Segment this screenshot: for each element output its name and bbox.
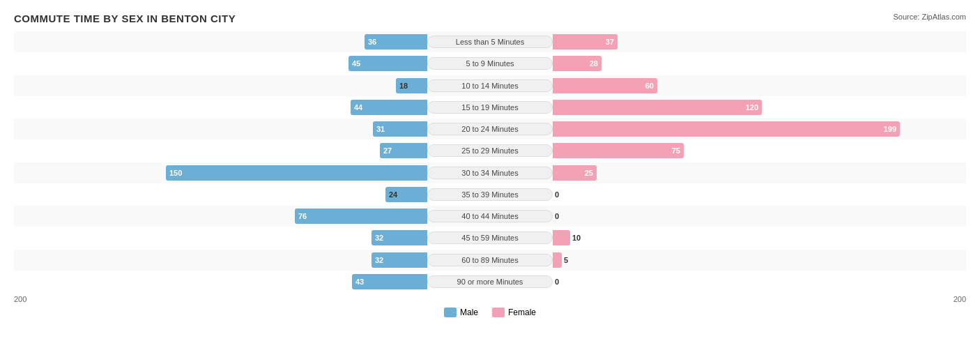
left-bar-container: 32 [372,252,427,268]
female-bar: 25 [553,165,597,181]
table-row: 455 to 9 Minutes28 [14,53,966,74]
right-bar-container: 28 [553,56,602,71]
male-value-label: 32 [375,234,383,242]
right-bar-container: 199 [553,121,900,137]
row-category-label: 10 to 14 Minutes [427,79,553,92]
table-row: 1810 to 14 Minutes60 [14,75,966,96]
male-bar: 27 [380,143,427,158]
legend: Male Female [14,308,966,317]
table-row: 7640 to 44 Minutes0 [14,206,966,227]
table-row: 15030 to 34 Minutes25 [14,162,966,183]
row-category-label: 60 to 89 Minutes [427,254,553,266]
female-value-label: 120 [746,103,758,112]
table-row: 4415 to 19 Minutes120 [14,97,966,118]
female-bar: 60 [553,78,657,93]
table-row: 2435 to 39 Minutes0 [14,184,966,205]
female-value-label: 5 [564,256,568,264]
legend-male: Male [444,308,478,317]
male-value-label: 31 [376,125,385,133]
female-value-label: 25 [585,169,593,177]
female-color-swatch [492,308,505,317]
female-value-label: 37 [606,38,614,46]
male-bar: 43 [352,274,427,289]
male-value-label: 43 [355,278,364,286]
rows-container: 36Less than 5 Minutes37455 to 9 Minutes2… [14,31,966,292]
axis-left: 200 [14,295,26,303]
table-row: 36Less than 5 Minutes37 [14,31,966,52]
table-row: 4390 or more Minutes0 [14,271,966,292]
female-value-label: 28 [590,59,598,68]
table-row: 3120 to 24 Minutes199 [14,119,966,139]
female-bar [553,252,562,268]
male-value-label: 150 [169,169,182,177]
axis-right: 200 [954,295,966,303]
right-bar-container: 60 [553,78,657,93]
male-value-label: 32 [375,256,383,264]
right-bar-container: 75 [553,143,684,158]
left-bar-container: 150 [166,165,427,181]
male-bar: 32 [372,252,427,268]
male-value-label: 18 [399,82,408,90]
male-color-swatch [444,308,457,317]
female-label: Female [508,308,536,317]
row-category-label: 15 to 19 Minutes [427,101,553,114]
male-bar: 44 [351,100,427,115]
row-category-label: 30 to 34 Minutes [427,167,553,179]
right-bar-container: 25 [553,165,597,181]
male-value-label: 36 [368,38,376,46]
female-value-label: 60 [645,82,654,90]
male-bar: 36 [365,34,427,50]
male-value-label: 45 [352,59,360,68]
row-category-label: 25 to 29 Minutes [427,144,553,157]
right-bar-container: 0 [553,208,559,224]
male-value-label: 44 [354,103,362,112]
right-bar-container: 37 [553,34,618,50]
male-bar: 32 [372,230,427,245]
female-bar: 75 [553,143,684,158]
male-value-label: 27 [383,146,392,155]
table-row: 2725 to 29 Minutes75 [14,140,966,161]
table-row: 3260 to 89 Minutes5 [14,250,966,271]
left-bar-container: 31 [373,121,427,137]
row-category-label: 45 to 59 Minutes [427,232,553,244]
left-bar-container: 45 [349,56,427,71]
right-bar-container: 5 [553,252,568,268]
female-bar: 120 [553,100,762,115]
chart-container: COMMUTE TIME BY SEX IN BENTON CITY Sourc… [0,0,980,364]
female-value-label: 0 [555,212,559,220]
female-bar: 28 [553,56,602,71]
female-bar: 37 [553,34,618,50]
female-bar [553,230,570,245]
left-bar-container: 27 [380,143,427,158]
female-value-label: 0 [555,190,559,199]
left-bar-container: 76 [295,208,427,224]
source-label: Source: ZipAtlas.com [893,13,966,21]
male-bar: 24 [385,187,427,202]
male-value-label: 76 [298,212,307,220]
male-bar: 18 [396,78,427,93]
female-value-label: 75 [672,146,680,155]
row-category-label: 5 to 9 Minutes [427,57,553,70]
right-bar-container: 0 [553,187,559,202]
male-bar: 45 [349,56,427,71]
right-bar-container: 0 [553,274,559,289]
male-bar: 150 [166,165,427,181]
female-value-label: 199 [884,125,896,133]
left-bar-container: 24 [385,187,427,202]
male-bar: 31 [373,121,427,137]
chart-title: COMMUTE TIME BY SEX IN BENTON CITY [14,13,966,24]
right-bar-container: 10 [553,230,581,245]
row-category-label: 40 to 44 Minutes [427,210,553,222]
male-value-label: 24 [389,190,397,199]
left-bar-container: 44 [351,100,427,115]
row-category-label: 35 to 39 Minutes [427,188,553,201]
left-bar-container: 18 [396,78,427,93]
row-category-label: Less than 5 Minutes [427,36,553,48]
right-bar-container: 120 [553,100,762,115]
row-category-label: 90 or more Minutes [427,275,553,288]
female-bar: 199 [553,121,900,137]
legend-female: Female [492,308,536,317]
female-value-label: 0 [555,278,559,286]
male-bar: 76 [295,208,427,224]
axis-labels: 200 200 [14,295,966,303]
